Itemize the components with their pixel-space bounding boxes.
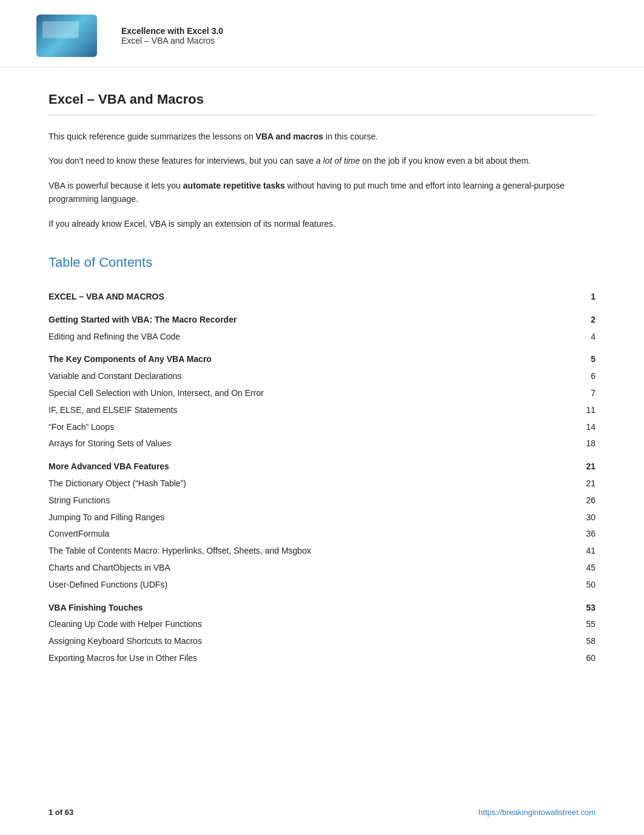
toc-page-number: 18	[541, 435, 595, 452]
toc-row: Exporting Macros for Use in Other Files6…	[49, 650, 595, 667]
toc-subsection-label: Charts and ChartObjects in VBA	[49, 560, 541, 577]
toc-subsection-label: Variable and Constant Declarations	[49, 368, 541, 385]
toc-table: EXCEL – VBA AND MACROS1Getting Started w…	[49, 289, 595, 667]
toc-row: Cleaning Up Code with Helper Functions55	[49, 616, 595, 633]
toc-page-number: 4	[541, 329, 595, 346]
toc-page-number: 7	[541, 385, 595, 402]
toc-subsection-label: Exporting Macros for Use in Other Files	[49, 650, 541, 667]
intro-para-4: If you already know Excel, VBA is simply…	[49, 217, 595, 230]
toc-section-label: VBA Finishing Touches	[49, 600, 541, 617]
toc-subsection-label: User-Defined Functions (UDFs)	[49, 577, 541, 594]
toc-row: The Key Components of Any VBA Macro5	[49, 351, 595, 368]
page: Excellence with Excel 3.0 Excel – VBA an…	[0, 0, 644, 835]
toc-row: Editing and Refining the VBA Code4	[49, 329, 595, 346]
toc-page-number: 26	[541, 492, 595, 509]
toc-subsection-label: Assigning Keyboard Shortcuts to Macros	[49, 633, 541, 650]
toc-page-number: 21	[541, 458, 595, 475]
toc-page-number: 41	[541, 543, 595, 560]
toc-row: “For Each” Loops14	[49, 419, 595, 436]
header-text: Excellence with Excel 3.0 Excel – VBA an…	[121, 26, 223, 45]
toc-page-number: 11	[541, 402, 595, 419]
toc-row: Jumping To and Filling Ranges30	[49, 509, 595, 526]
toc-row: IF, ELSE, and ELSEIF Statements11	[49, 402, 595, 419]
header: Excellence with Excel 3.0 Excel – VBA an…	[0, 0, 644, 67]
intro-para-1: This quick reference guide summarizes th…	[49, 130, 595, 143]
toc-page-number: 2	[541, 312, 595, 329]
toc-subsection-label: String Functions	[49, 492, 541, 509]
page-number: 1 of 63	[49, 808, 73, 817]
toc-page-number: 55	[541, 616, 595, 633]
toc-row: EXCEL – VBA AND MACROS1	[49, 289, 595, 306]
toc-row: ConvertFormula36	[49, 526, 595, 543]
toc-page-number: 50	[541, 577, 595, 594]
toc-section-label: More Advanced VBA Features	[49, 458, 541, 475]
toc-page-number: 58	[541, 633, 595, 650]
toc-page-number: 6	[541, 368, 595, 385]
toc-row: VBA Finishing Touches53	[49, 600, 595, 617]
intro-para-3: VBA is powerful because it lets you auto…	[49, 179, 595, 206]
toc-subsection-label: Jumping To and Filling Ranges	[49, 509, 541, 526]
toc-section-label: Getting Started with VBA: The Macro Reco…	[49, 312, 541, 329]
toc-row: The Dictionary Object (“Hash Table”)21	[49, 475, 595, 492]
main-content: Excel – VBA and Macros This quick refere…	[0, 67, 644, 716]
toc-subsection-label: Arrays for Storing Sets of Values	[49, 435, 541, 452]
header-subtitle: Excel – VBA and Macros	[121, 36, 223, 45]
toc-subsection-label: The Table of Contents Macro: Hyperlinks,…	[49, 543, 541, 560]
toc-page-number: 36	[541, 526, 595, 543]
toc-subsection-label: “For Each” Loops	[49, 419, 541, 436]
toc-row: Charts and ChartObjects in VBA45	[49, 560, 595, 577]
toc-title: Table of Contents	[49, 255, 595, 270]
toc-row: Special Cell Selection with Union, Inter…	[49, 385, 595, 402]
toc-row: The Table of Contents Macro: Hyperlinks,…	[49, 543, 595, 560]
toc-row: Getting Started with VBA: The Macro Reco…	[49, 312, 595, 329]
toc-subsection-label: Editing and Refining the VBA Code	[49, 329, 541, 346]
toc-subsection-label: The Dictionary Object (“Hash Table”)	[49, 475, 541, 492]
footer: 1 of 63 https://breakingintowallstreet.c…	[49, 808, 595, 817]
toc-subsection-label: Cleaning Up Code with Helper Functions	[49, 616, 541, 633]
toc-row: Arrays for Storing Sets of Values18	[49, 435, 595, 452]
toc-subsection-label: IF, ELSE, and ELSEIF Statements	[49, 402, 541, 419]
toc-section-label: EXCEL – VBA AND MACROS	[49, 289, 541, 306]
intro-para-2: You don't need to know these features fo…	[49, 154, 595, 167]
toc-page-number: 53	[541, 600, 595, 617]
logo	[36, 15, 97, 57]
toc-row: More Advanced VBA Features21	[49, 458, 595, 475]
toc-row: User-Defined Functions (UDFs)50	[49, 577, 595, 594]
toc-section-label: The Key Components of Any VBA Macro	[49, 351, 541, 368]
toc-page-number: 60	[541, 650, 595, 667]
toc-page-number: 21	[541, 475, 595, 492]
intro-section: This quick reference guide summarizes th…	[49, 130, 595, 230]
toc-page-number: 30	[541, 509, 595, 526]
toc-row: Variable and Constant Declarations6	[49, 368, 595, 385]
toc-subsection-label: Special Cell Selection with Union, Inter…	[49, 385, 541, 402]
toc-page-number: 5	[541, 351, 595, 368]
toc-row: String Functions26	[49, 492, 595, 509]
footer-url[interactable]: https://breakingintowallstreet.com	[478, 808, 595, 817]
toc-page-number: 45	[541, 560, 595, 577]
toc-subsection-label: ConvertFormula	[49, 526, 541, 543]
header-title: Excellence with Excel 3.0	[121, 26, 223, 36]
toc-row: Assigning Keyboard Shortcuts to Macros58	[49, 633, 595, 650]
page-title: Excel – VBA and Macros	[49, 92, 595, 115]
toc-page-number: 14	[541, 419, 595, 436]
toc-page-number: 1	[541, 289, 595, 306]
